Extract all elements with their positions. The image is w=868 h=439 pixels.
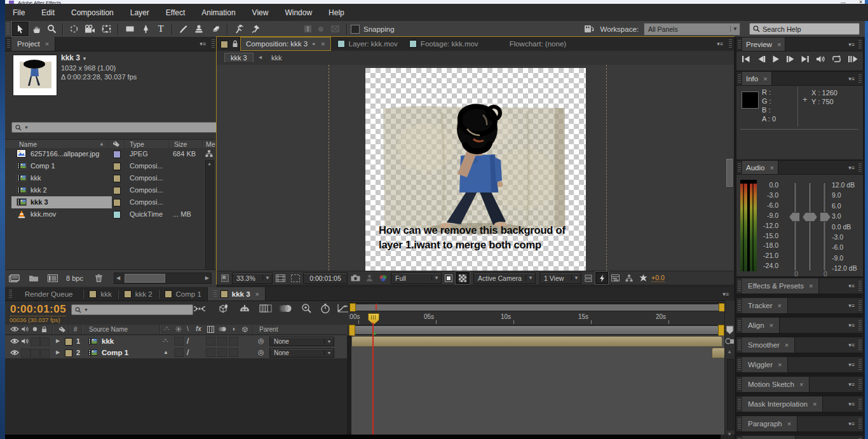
chevron-down-icon[interactable]: ▼ — [311, 42, 316, 46]
previous-frame-button[interactable] — [757, 55, 766, 63]
layer-row-1[interactable]: ▶ 1 kkk -°- / ◎ None ▼ — [5, 335, 347, 348]
bit-depth[interactable]: 8 bpc — [66, 274, 83, 282]
fx-cell[interactable] — [206, 348, 215, 357]
panel-menu-icon[interactable]: ▾≡ — [848, 381, 855, 388]
table-row[interactable]: kkk.mov QuickTime ... MB — [5, 208, 217, 220]
exposure-value[interactable]: +0.0 — [651, 274, 665, 282]
panel-menu-icon[interactable]: ▾≡ — [717, 41, 723, 47]
tab-timeline-kkk3[interactable]: kkk 3 × — [207, 287, 266, 301]
comp-marker-bin-icon[interactable] — [726, 325, 734, 335]
parent-column[interactable]: Parent — [259, 326, 278, 333]
new-composition-icon[interactable] — [43, 274, 62, 282]
selection-tool[interactable] — [12, 22, 29, 36]
layer-label-swatch[interactable] — [65, 338, 72, 346]
breadcrumb-parent[interactable]: kkk — [271, 54, 282, 62]
label-swatch[interactable] — [113, 187, 121, 194]
layer-row-2[interactable]: ▶ 2 Comp 1 ▲ / ◎ None ▼ — [5, 347, 347, 359]
menu-edit[interactable]: Edit — [41, 8, 55, 17]
play-button[interactable] — [772, 55, 780, 63]
audio-on-icon[interactable] — [21, 338, 29, 344]
tab-wiggler[interactable]: Wiggler× — [742, 357, 788, 372]
panel-menu-icon[interactable]: ▾≡ — [722, 291, 729, 297]
panel-menu-icon[interactable]: ▾≡ — [200, 41, 206, 47]
last-frame-button[interactable] — [801, 55, 810, 63]
lock-column-icon[interactable] — [41, 326, 47, 333]
audio-cell[interactable] — [21, 349, 31, 358]
scroll-up-icon[interactable]: ▲ — [727, 349, 732, 355]
column-name[interactable]: Name — [19, 140, 37, 148]
eye-icon[interactable] — [10, 338, 19, 344]
workspace-dropdown[interactable]: All Panels ▼ — [644, 23, 740, 36]
label-swatch[interactable] — [113, 211, 121, 219]
quality-icon[interactable]: / — [187, 337, 189, 346]
close-icon[interactable]: × — [45, 40, 49, 48]
parent-dropdown[interactable]: None ▼ — [269, 348, 334, 358]
motion-blur-icon[interactable] — [280, 304, 292, 313]
always-preview-icon[interactable] — [218, 274, 232, 282]
chevron-down-icon[interactable]: ▼ — [82, 56, 87, 62]
shy-row-icon[interactable]: -°- — [163, 338, 168, 344]
menu-file[interactable]: File — [13, 8, 25, 17]
table-row[interactable]: Comp 1 Composi... — [5, 160, 217, 172]
brainstorm-icon[interactable] — [301, 303, 312, 314]
panel-menu-icon[interactable]: ▾≡ — [848, 165, 855, 171]
tab-align[interactable]: Align× — [742, 318, 780, 333]
comp-canvas[interactable]: How can we remove this backgroud of laye… — [365, 68, 586, 271]
column-type[interactable]: Type — [130, 140, 144, 148]
label-column-icon[interactable] — [112, 140, 120, 147]
panel-menu-icon[interactable]: ▾≡ — [848, 401, 855, 407]
tab-layer[interactable]: Layer: kkk.mov — [332, 37, 403, 51]
panel-menu-icon[interactable]: ▾≡ — [848, 322, 855, 328]
hand-tool[interactable] — [29, 22, 44, 36]
project-list-scrollbar[interactable]: ▲ — [205, 160, 214, 271]
tab-motion-sketch[interactable]: Motion Sketch× — [742, 377, 810, 392]
menu-composition[interactable]: Composition — [71, 8, 114, 17]
close-icon[interactable]: × — [255, 290, 259, 298]
pushpin-tool[interactable] — [247, 22, 264, 36]
work-area-end-handle[interactable] — [718, 325, 724, 336]
layer-list-empty-area[interactable] — [5, 358, 347, 435]
workspace-icon[interactable] — [581, 22, 597, 36]
viewer-scrollbar[interactable] — [726, 159, 733, 187]
scroll-up-icon[interactable]: ▲ — [207, 161, 212, 166]
target-region-icon[interactable] — [442, 274, 456, 282]
loop-button[interactable] — [832, 55, 841, 63]
panel-menu-icon[interactable]: ▾≡ — [848, 421, 855, 427]
audio-slider-left-handle[interactable] — [789, 212, 800, 222]
navigator-start-handle[interactable] — [349, 303, 356, 312]
work-area-start-handle[interactable] — [349, 325, 355, 336]
pen-tool[interactable] — [138, 22, 153, 36]
zoom-tool[interactable] — [44, 22, 59, 36]
tab-info[interactable]: Info × — [742, 72, 772, 85]
work-area[interactable] — [349, 325, 724, 335]
text-tool[interactable]: T — [153, 22, 168, 36]
transparency-grid-icon[interactable] — [456, 272, 470, 284]
blur-cell[interactable] — [229, 348, 238, 357]
snapping-checkbox[interactable] — [351, 25, 360, 34]
time-ruler[interactable]: 0:00s 05s 10s 15s 20s — [349, 311, 724, 325]
project-search-field[interactable]: ▼ — [11, 122, 217, 133]
tab-composition[interactable]: Composition: kkk 3 ▼ × — [240, 37, 332, 51]
label-swatch[interactable] — [113, 163, 121, 170]
panel-menu-icon[interactable]: ▾≡ — [848, 283, 855, 289]
audio-slider-both-handle[interactable] — [803, 212, 817, 222]
audio-slider-left-track[interactable] — [794, 182, 797, 271]
tab-smoother[interactable]: Smoother× — [742, 337, 795, 353]
fast-previews-icon[interactable] — [595, 272, 608, 284]
lock-icon[interactable] — [231, 37, 240, 51]
tab-preview[interactable]: Preview × — [742, 37, 785, 51]
pick-whip-icon[interactable]: ◎ — [258, 337, 264, 345]
tab-timeline-kkk2[interactable]: kkk 2 — [118, 287, 158, 301]
auto-keyframe-icon[interactable] — [320, 303, 330, 314]
lock-cell[interactable] — [40, 337, 50, 346]
blend-cell[interactable] — [217, 337, 227, 346]
eye-column-icon[interactable] — [10, 326, 19, 332]
tab-timeline-comp1[interactable]: Comp 1 — [159, 287, 207, 301]
scroll-right-icon[interactable]: ▶ — [205, 275, 209, 281]
expander-icon[interactable]: ▶ — [56, 338, 60, 344]
table-row[interactable]: 6257166...allpaper.jpg JPEG 684 KB — [5, 148, 217, 160]
project-hscrollbar[interactable]: ◀ ▶ — [114, 273, 212, 284]
first-frame-button[interactable] — [742, 55, 750, 63]
close-icon[interactable]: × — [787, 420, 791, 428]
solo-cell[interactable] — [31, 349, 40, 358]
